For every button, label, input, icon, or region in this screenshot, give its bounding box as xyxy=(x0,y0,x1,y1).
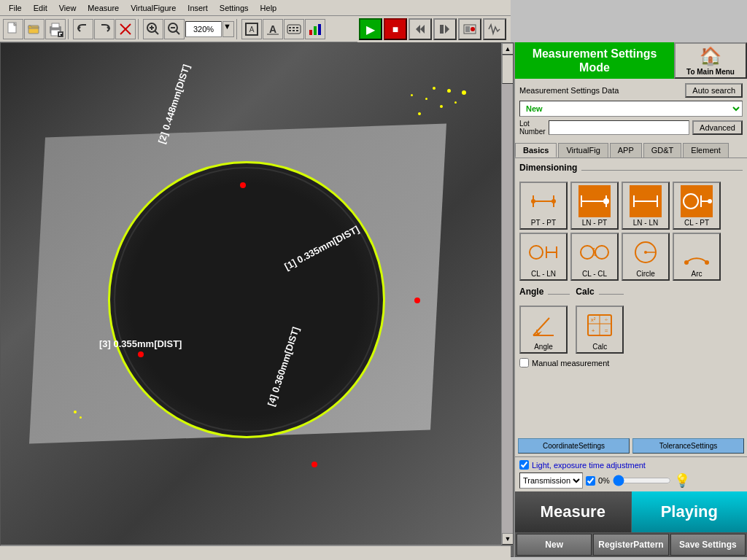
zoom-out-button[interactable] xyxy=(164,19,185,39)
svg-point-70 xyxy=(705,260,709,265)
pt-pt-icon xyxy=(527,185,560,217)
tool-cl-ln[interactable]: CL - LN xyxy=(519,233,568,281)
keyboard-button[interactable] xyxy=(284,19,304,39)
advanced-button[interactable]: Advanced xyxy=(692,120,743,135)
step-frame-button[interactable] xyxy=(433,18,457,40)
tool-angle[interactable]: Angle xyxy=(519,306,568,354)
tool-ln-ln[interactable]: LN - LN xyxy=(622,182,670,230)
settings-dropdown[interactable]: New xyxy=(519,101,743,117)
tool-ln-pt[interactable]: LN - PT xyxy=(570,182,619,230)
svg-point-34 xyxy=(471,27,475,31)
zoom-input[interactable] xyxy=(185,21,222,37)
right-panel: Measurement Settings Mode 🏠 To Main Menu… xyxy=(514,42,747,557)
transmission-select[interactable]: Transmission xyxy=(519,472,583,489)
tool-cl-pt-label: CL - PT xyxy=(684,219,709,227)
menu-virtualfigure[interactable]: VirtualFigure xyxy=(125,2,182,14)
light-checkbox[interactable] xyxy=(519,460,529,470)
chart-button[interactable] xyxy=(305,19,325,39)
menu-file[interactable]: File xyxy=(3,2,28,14)
svg-text:=: = xyxy=(605,327,608,334)
tab-basics[interactable]: Basics xyxy=(515,143,557,158)
print-button[interactable]: ▼ xyxy=(45,19,66,39)
menu-view[interactable]: View xyxy=(53,2,82,14)
angle-section: Angle Angle xyxy=(519,287,570,354)
tool-circle[interactable]: Circle xyxy=(622,233,670,281)
svg-rect-26 xyxy=(314,26,317,35)
meas-dot-3 xyxy=(138,351,144,357)
menu-measure[interactable]: Measure xyxy=(82,2,125,14)
coordinate-settings-button[interactable]: CoordinateSettings xyxy=(518,438,630,454)
tab-element[interactable]: Element xyxy=(683,143,728,158)
circle-overlay xyxy=(108,161,385,438)
svg-text:÷: ÷ xyxy=(605,316,608,323)
scroll-down-button[interactable]: ▼ xyxy=(502,533,514,545)
settings-data-area: Measurement Settings Data Auto search Ne… xyxy=(515,79,747,143)
svg-rect-20 xyxy=(293,27,295,28)
canvas-image[interactable]: [1] 0.335mm[DIST] [2] 0.448mm[DIST] [3] … xyxy=(1,43,513,556)
tool-cl-cl[interactable]: CL - CL xyxy=(570,233,619,281)
cl-ln-icon xyxy=(527,236,560,268)
text-a-button[interactable]: A xyxy=(263,19,283,39)
undo-button[interactable] xyxy=(73,19,93,39)
zoom-dropdown[interactable]: ▼ xyxy=(222,21,234,37)
scroll-up-button[interactable]: ▲ xyxy=(502,43,514,55)
playing-button[interactable]: Playing xyxy=(632,491,748,532)
bottom-settings: CoordinateSettings ToleranceSettings xyxy=(515,435,747,456)
auto-search-button[interactable]: Auto search xyxy=(685,83,743,98)
measure-button[interactable]: Measure xyxy=(515,491,632,532)
brightness-slider[interactable] xyxy=(613,475,671,486)
fit-button[interactable]: A xyxy=(241,19,262,39)
svg-line-12 xyxy=(176,31,179,34)
scroll-track-v[interactable] xyxy=(502,55,513,533)
register-pattern-button[interactable]: RegisterPattern xyxy=(593,534,668,556)
save-settings-button[interactable]: Save Settings xyxy=(670,534,746,556)
svg-point-54 xyxy=(708,199,712,203)
vertical-scrollbar[interactable]: ▲ ▼ xyxy=(501,43,513,545)
main-menu-button[interactable]: 🏠 To Main Menu xyxy=(674,42,747,79)
lot-number-input[interactable] xyxy=(549,120,689,135)
tool-calc[interactable]: x² ÷ + = Calc xyxy=(576,306,624,354)
canvas-area: [1] 0.335mm[DIST] [2] 0.448mm[DIST] [3] … xyxy=(0,42,514,557)
tool-arc-label: Arc xyxy=(692,270,703,278)
waveform-button[interactable] xyxy=(483,18,506,40)
tab-virtualfig[interactable]: VirtualFig xyxy=(558,143,608,158)
light-label: Light, exposure time adjustment xyxy=(532,461,646,470)
new-action-button[interactable]: New xyxy=(516,534,592,556)
play-button[interactable]: ▶ xyxy=(359,18,382,40)
calc-label: Calc xyxy=(592,343,607,351)
transmission-checkbox[interactable] xyxy=(586,476,595,486)
svg-rect-24 xyxy=(296,30,298,31)
manual-measurement-row: Manual measurement xyxy=(519,358,743,368)
play-controls: ▶ ■ xyxy=(357,16,511,42)
tab-app[interactable]: APP xyxy=(610,143,642,158)
open-button[interactable] xyxy=(24,19,44,39)
delete-button[interactable] xyxy=(115,19,136,39)
manual-measurement-checkbox[interactable] xyxy=(519,358,529,368)
svg-line-8 xyxy=(155,31,158,34)
calc-section: Calc x² ÷ + xyxy=(576,287,624,354)
menu-settings[interactable]: Settings xyxy=(214,2,255,14)
redo-button[interactable] xyxy=(94,19,115,39)
svg-rect-3 xyxy=(52,23,59,28)
svg-text:x²: x² xyxy=(591,316,596,323)
tab-gdt[interactable]: GD&T xyxy=(643,143,682,158)
menu-help[interactable]: Help xyxy=(255,2,283,14)
tool-cl-pt[interactable]: CL - PT xyxy=(673,182,721,230)
tool-pt-pt[interactable]: PT - PT xyxy=(519,182,568,230)
svg-rect-22 xyxy=(289,30,291,31)
svg-text:A: A xyxy=(269,23,276,35)
tool-arc[interactable]: Arc xyxy=(673,233,721,281)
new-button[interactable] xyxy=(3,19,23,39)
zoom-in-button[interactable] xyxy=(143,19,163,39)
circle-icon xyxy=(630,236,662,268)
menu-insert[interactable]: Insert xyxy=(182,2,214,14)
scroll-thumb-v[interactable] xyxy=(502,55,514,84)
meas-dot-2 xyxy=(240,182,246,188)
step-back-button[interactable] xyxy=(409,18,432,40)
record-button[interactable] xyxy=(458,18,481,40)
ln-ln-icon xyxy=(630,185,662,217)
stop-button[interactable]: ■ xyxy=(384,18,407,40)
menu-edit[interactable]: Edit xyxy=(28,2,53,14)
main-menu-label: To Main Menu xyxy=(686,68,735,76)
tolerance-settings-button[interactable]: ToleranceSettings xyxy=(632,438,744,454)
